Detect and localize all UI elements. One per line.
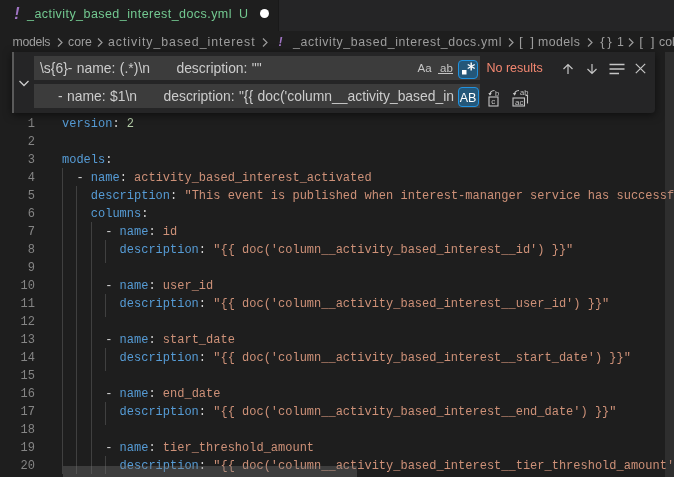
svg-text:c: c <box>491 97 495 106</box>
svg-text:ac: ac <box>515 98 523 107</box>
svg-text:b: b <box>495 89 499 98</box>
